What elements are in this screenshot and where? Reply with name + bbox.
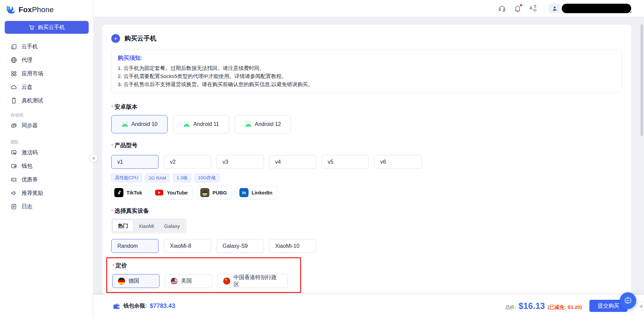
bell-notification-icon[interactable] — [514, 4, 522, 12]
svg-text:A: A — [529, 5, 533, 10]
account-name-redacted[interactable] — [562, 4, 631, 13]
cloud-phone-icon — [10, 43, 17, 50]
device-galaxys9-option[interactable]: Galaxy-S9 — [216, 239, 264, 253]
chat-support-button[interactable] — [620, 292, 636, 309]
app-chip-youtube[interactable]: YouTube — [152, 186, 193, 200]
sidebar-item-coupon[interactable]: 优惠券 — [0, 173, 93, 186]
activation-code-icon — [10, 149, 17, 156]
required-star: * — [111, 208, 113, 214]
model-v6-option[interactable]: v6 — [374, 155, 421, 169]
sidebar-section-team: 团队 — [0, 139, 93, 145]
purchase-notice-box: 购买须知: 1. 云手机为固定套餐。过期后数据无法找回。请注意续费时间。 2. … — [111, 49, 622, 93]
android-version-options: Android 10 Android 11 — [111, 115, 622, 133]
youtube-icon — [155, 188, 164, 197]
page-title: 购买云手机 — [124, 34, 156, 43]
buy-cloud-phone-button[interactable]: 购买云手机 — [5, 21, 89, 34]
spec-tag-storage: 10G存储 — [194, 174, 219, 182]
pricing-hongkong-option[interactable]: 中国香港特别行政区 — [217, 274, 288, 288]
sidebar-item-cloud-phone[interactable]: 云手机 — [0, 40, 93, 53]
headset-support-icon[interactable] — [498, 4, 506, 12]
sidebar-item-activation-code[interactable]: 激活码 — [0, 146, 93, 159]
usa-flag-icon — [171, 278, 178, 285]
fox-logo-icon — [5, 5, 16, 15]
wallet-icon — [10, 163, 17, 169]
pricing-usa-option[interactable]: 美国 — [165, 274, 212, 288]
android-12-option[interactable]: Android 12 — [235, 115, 291, 133]
pricing-germany-option[interactable]: 德国 — [112, 274, 159, 288]
android-version-label: *安卓版本 — [111, 103, 622, 111]
real-device-icon — [10, 97, 17, 104]
notice-line: 2. 云手机需要配置Socks5类型的代理IP才能使用。详情请参阅配置教程。 — [118, 72, 616, 80]
translate-icon[interactable]: A 中 — [529, 4, 537, 12]
required-star: * — [111, 142, 113, 148]
svg-text:中: 中 — [533, 8, 537, 12]
sidebar: FoxPhone 购买云手机 云手机 代理 — [0, 0, 93, 317]
robot-chat-icon — [623, 296, 633, 305]
purchase-card: 购买云手机 购买须知: 1. 云手机为固定套餐。过期后数据无法找回。请注意续费时… — [102, 25, 631, 295]
sidebar-collapse-button[interactable] — [89, 154, 98, 162]
sidebar-section-automation: 自动化 — [0, 112, 93, 118]
germany-flag-icon — [118, 278, 125, 285]
pricing-label: *定价 — [112, 262, 300, 269]
tab-hot[interactable]: 热门 — [113, 220, 134, 232]
device-brand-tabs: 热门 XiaoMi Galaxy — [111, 218, 186, 233]
top-header: A 中 — [93, 0, 644, 17]
device-random-option[interactable]: Random — [111, 239, 158, 253]
wallet-balance-icon — [113, 302, 120, 310]
select-real-device-label: *选择真实设备 — [111, 207, 622, 215]
notice-line: 1. 云手机为固定套餐。过期后数据无法找回。请注意续费时间。 — [118, 64, 616, 72]
sidebar-item-app-market[interactable]: 应用市场 — [0, 67, 93, 80]
referral-icon — [10, 190, 17, 196]
pubg-icon — [200, 188, 209, 197]
model-spec-tags: 高性能CPU 2G RAM 1.3核 10G存储 — [111, 174, 622, 182]
back-button[interactable] — [111, 34, 120, 43]
sidebar-item-log[interactable]: 日志 — [0, 200, 93, 213]
sidebar-item-real-device-test[interactable]: 真机测试 — [0, 94, 93, 107]
coupon-icon — [10, 176, 17, 183]
checkout-footer: 钱包余额: $7783.43 总价: $16.13 (已减免: $3.20) 提… — [93, 295, 644, 317]
linkedin-icon: in — [239, 188, 248, 197]
sidebar-item-referral-reward[interactable]: 推荐奖励 — [0, 186, 93, 200]
tab-galaxy[interactable]: Galaxy — [159, 220, 185, 232]
android-11-option[interactable]: Android 11 — [173, 115, 229, 133]
cart-icon — [29, 24, 35, 30]
user-avatar[interactable] — [549, 3, 560, 14]
sync-icon — [10, 122, 17, 129]
android-icon — [183, 122, 190, 127]
brand-logo[interactable]: FoxPhone — [0, 0, 93, 16]
product-model-label: *产品型号 — [111, 141, 622, 149]
app-chip-linkedin[interactable]: in LinkedIn — [236, 186, 277, 200]
tab-xiaomi[interactable]: XiaoMi — [134, 220, 159, 232]
pricing-highlight-box: *定价 德国 美国 中国香港特别行政区 — [106, 257, 301, 293]
sidebar-item-synchronizer[interactable]: 同步器 — [0, 119, 93, 132]
next-step-arrow-button[interactable] — [636, 301, 644, 311]
notice-line: 3. 云手机售出后不支持退货或换货。请在购买前确认您的购买信息,以避免错误购买。 — [118, 80, 616, 88]
sidebar-item-wallet[interactable]: 钱包 — [0, 159, 93, 173]
android-icon — [121, 122, 128, 127]
model-v1-option[interactable]: v1 — [111, 155, 158, 169]
model-v5-option[interactable]: v5 — [322, 155, 369, 169]
total-price-amount: $16.13 — [519, 301, 545, 311]
brand-name: FoxPhone — [19, 5, 54, 14]
app-market-icon — [10, 70, 17, 77]
pricing-options: 德国 美国 中国香港特别行政区 — [112, 274, 300, 288]
proxy-globe-icon — [10, 57, 17, 63]
app-chip-tiktok[interactable]: TikTok — [111, 186, 147, 200]
model-v3-option[interactable]: v3 — [216, 155, 264, 169]
sidebar-item-cloud-disk[interactable]: 云盘 — [0, 80, 93, 94]
model-v4-option[interactable]: v4 — [269, 155, 316, 169]
wallet-balance-amount: $7783.43 — [150, 302, 175, 310]
device-options: Random XiaoMi-8 Galaxy-S9 XiaoMi-10 — [111, 239, 622, 253]
total-price-label: 总价: — [505, 305, 516, 311]
sidebar-item-proxy[interactable]: 代理 — [0, 53, 93, 67]
china-flag-icon — [223, 278, 230, 285]
page-scrollbar-thumb[interactable] — [641, 25, 643, 136]
device-xiaomi10-option[interactable]: XiaoMi-10 — [269, 239, 316, 253]
discount-note: (已减免: $3.20) — [548, 304, 582, 311]
model-v2-option[interactable]: v2 — [164, 155, 211, 169]
device-xiaomi8-option[interactable]: XiaoMi-8 — [164, 239, 211, 253]
android-10-option[interactable]: Android 10 — [111, 115, 168, 133]
android-icon — [245, 122, 252, 127]
app-chip-pubg[interactable]: PUBG — [197, 186, 232, 200]
sidebar-nav: 云手机 代理 应用市场 — [0, 40, 93, 213]
